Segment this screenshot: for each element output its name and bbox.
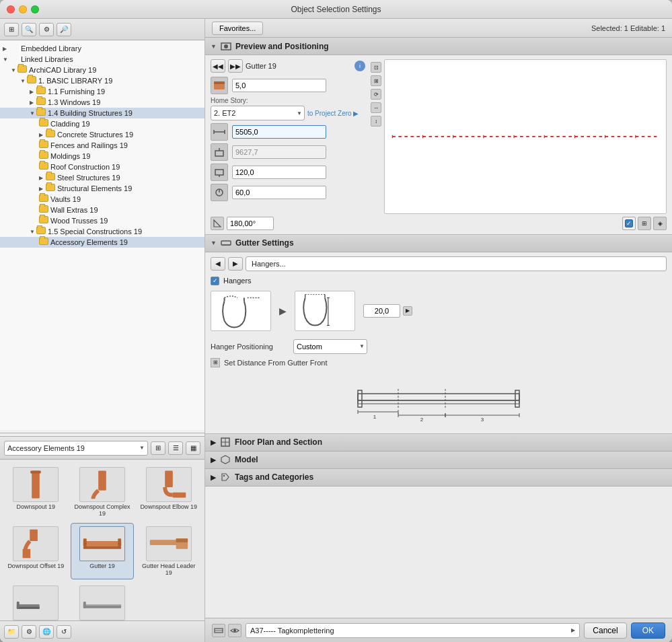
view-btn-2[interactable]: ⊞ [638, 217, 651, 230]
thumb-ridge-tile[interactable]: Ridge Tile 19 [71, 582, 135, 620]
positioning-dropdown[interactable]: Custom Equal Spacing From Both Ends [293, 339, 367, 354]
svg-point-76 [223, 475, 225, 476]
toolbar-btn-2[interactable]: 🔍 [22, 23, 36, 36]
view-icon-5[interactable]: ↕ [371, 116, 381, 127]
view-btn-checkbox[interactable]: ✓ [622, 217, 636, 230]
hanger-shape-2 [295, 291, 355, 331]
tree-accessory-elements[interactable]: Accessory Elements 19 [0, 237, 204, 248]
bottom-btn-3[interactable]: 🌐 [39, 625, 54, 639]
svg-rect-2 [98, 471, 106, 491]
lib-btn-3[interactable]: ▦ [186, 441, 200, 455]
hangers-checkbox[interactable]: ✓ [211, 277, 219, 285]
left-panel: ⊞ 🔍 ⚙ 🔎 ▶ Embedded Library ▼ Linked Libr… [0, 19, 205, 642]
param3-input[interactable] [232, 145, 326, 159]
tree-structural[interactable]: ▶ Structural Elements 19 [0, 183, 204, 194]
tree-moldings[interactable]: Moldings 19 [0, 151, 204, 162]
param1-input[interactable] [232, 79, 326, 92]
gutter-section-title: Gutter Settings [235, 238, 294, 248]
hanger-dropdown[interactable]: Hangers... [246, 256, 667, 271]
gutter-nav-prev[interactable]: ◀ [211, 257, 225, 271]
thumb-downspout-offset[interactable]: Downspout Offset 19 [4, 523, 68, 579]
thumbnail-grid: Downspout 19 Downspout Complex 19 [4, 464, 200, 620]
angle-input[interactable] [227, 217, 274, 230]
cancel-button[interactable]: Cancel [584, 622, 626, 639]
layer-icon[interactable] [212, 624, 225, 637]
hanger-value-input[interactable]: 20,0 [363, 304, 400, 318]
layer-dropdown[interactable]: A37----- Tagkomplettering ▶ [246, 623, 580, 638]
preview-canvas [384, 59, 667, 214]
tree-special-constructions[interactable]: ▼ 1.5 Special Constructions 19 [0, 226, 204, 237]
bottom-btn-1[interactable]: 📁 [4, 625, 19, 639]
svg-text:2: 2 [420, 417, 424, 423]
param4-input[interactable] [232, 166, 326, 179]
hanger-value-stepper[interactable]: ▶ [403, 306, 412, 316]
minimize-button[interactable] [19, 5, 27, 13]
tree-basic-library[interactable]: ▼ 1. BASIC LIBRARY 19 [0, 75, 204, 86]
tree-wall-extras[interactable]: Wall Extras 19 [0, 205, 204, 215]
nav-next-btn[interactable]: ▶▶ [228, 59, 243, 73]
thumb-gutter-head[interactable]: Gutter Head Leader 19 [137, 523, 200, 579]
preview-section-header[interactable]: ▼ Preview and Positioning [205, 38, 672, 55]
view-icon-4[interactable]: ↔ [371, 102, 381, 113]
tree-fences[interactable]: Fences and Railings 19 [0, 140, 204, 151]
param4-icon [211, 164, 228, 181]
thumb-downspout-elbow[interactable]: Downspout Elbow 19 [137, 464, 200, 520]
lib-btn-1[interactable]: ⊞ [151, 441, 165, 455]
preview-section-icon [221, 41, 231, 52]
view-icon-2[interactable]: ⊞ [371, 75, 381, 86]
tree-vaults[interactable]: Vaults 19 [0, 194, 204, 205]
info-button[interactable]: i [354, 61, 365, 71]
view-btn-3[interactable]: ◈ [653, 217, 667, 230]
gutter-nav-next[interactable]: ▶ [228, 257, 243, 271]
ok-button[interactable]: OK [631, 622, 665, 639]
tree-roof[interactable]: Roof Construction 19 [0, 162, 204, 172]
eye-icon[interactable] [228, 624, 241, 637]
svg-point-79 [233, 629, 236, 632]
tree-building-structures[interactable]: ▼ 1.4 Building Structures 19 [0, 108, 204, 118]
view-icon-3[interactable]: ⟳ [371, 89, 381, 100]
nav-prev-btn[interactable]: ◀◀ [211, 59, 225, 73]
svg-rect-8 [83, 546, 121, 549]
tags-title: Tags and Categories [235, 472, 313, 482]
tree-furnishing[interactable]: ▶ 1.1 Furnishing 19 [0, 86, 204, 97]
thumb-img-downspout-offset [13, 526, 59, 561]
tree-concrete[interactable]: ▶ Concrete Structures 19 [0, 129, 204, 140]
bottom-btn-4[interactable]: ↺ [57, 625, 71, 639]
maximize-button[interactable] [31, 5, 39, 13]
thumb-gutter-mitered[interactable]: Gutter Mitered 19 [4, 582, 68, 620]
svg-rect-23 [214, 81, 225, 84]
library-dropdown[interactable]: Accessory Elements 19 ▼ [4, 441, 148, 456]
param2-input[interactable] [232, 125, 326, 139]
toolbar-btn-1[interactable]: ⊞ [4, 23, 19, 36]
tree-steel[interactable]: ▶ Steel Structures 19 [0, 172, 204, 183]
tree-archicad-library[interactable]: ▼ ArchiCAD Library 19 [0, 65, 204, 75]
thumb-label-downspout-complex: Downspout Complex 19 [74, 503, 131, 517]
param5-input[interactable] [232, 186, 326, 199]
gutter-section-header[interactable]: ▼ Gutter Settings [205, 235, 672, 252]
thumb-downspout19[interactable]: Downspout 19 [4, 464, 68, 520]
thumb-gutter19[interactable]: Gutter 19 [71, 523, 135, 579]
thumbnail-area: Downspout 19 Downspout Complex 19 [0, 459, 204, 620]
home-story-dropdown[interactable]: 2. ET2 [211, 106, 305, 120]
floor-plan-title: Floor Plan and Section [235, 437, 322, 447]
toolbar-btn-3[interactable]: ⚙ [39, 23, 54, 36]
to-project-zero-link[interactable]: to Project Zero ▶ [307, 110, 359, 117]
tree-linked-libraries[interactable]: ▼ Linked Libraries [0, 54, 204, 65]
close-button[interactable] [7, 5, 15, 13]
toolbar-btn-4[interactable]: 🔎 [57, 23, 71, 36]
tags-section[interactable]: ▶ Tags and Categories [205, 469, 672, 487]
svg-rect-0 [32, 471, 40, 499]
tree-windows[interactable]: ▶ 1.3 Windows 19 [0, 97, 204, 108]
svg-rect-3 [165, 471, 173, 487]
thumb-downspout-complex[interactable]: Downspout Complex 19 [71, 464, 135, 520]
thumb-img-downspout19 [13, 467, 59, 502]
model-section[interactable]: ▶ Model [205, 452, 672, 469]
view-icon-1[interactable]: ⊡ [371, 62, 381, 73]
tree-embedded-library[interactable]: ▶ Embedded Library [0, 43, 204, 54]
tree-cladding[interactable]: Cladding 19 [0, 118, 204, 129]
favorites-button[interactable]: Favorites... [212, 22, 263, 35]
bottom-btn-2[interactable]: ⚙ [22, 625, 36, 639]
tree-wood-trusses[interactable]: Wood Trusses 19 [0, 215, 204, 226]
floor-plan-section[interactable]: ▶ Floor Plan and Section [205, 434, 672, 452]
lib-btn-2[interactable]: ☰ [168, 441, 183, 455]
